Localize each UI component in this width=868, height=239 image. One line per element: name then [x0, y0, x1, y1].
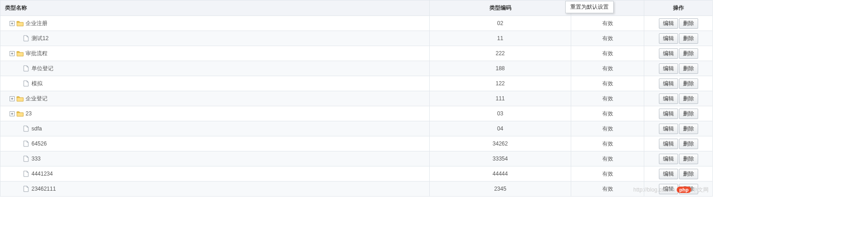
edit-button[interactable]: 编辑	[659, 94, 678, 104]
expand-icon[interactable]	[10, 21, 15, 26]
cell-action: 编辑删除	[644, 121, 713, 136]
delete-button[interactable]: 删除	[679, 109, 698, 119]
row-name-label: 企业注册	[26, 20, 47, 26]
reset-tooltip[interactable]: 重置为默认设置	[565, 1, 614, 13]
cell-action: 编辑删除	[644, 16, 713, 31]
cell-status: 有效	[571, 182, 644, 197]
header-name[interactable]: 类型名称	[0, 0, 430, 16]
delete-button[interactable]: 删除	[679, 63, 698, 74]
cell-code: 222	[430, 46, 571, 61]
delete-button[interactable]: 删除	[679, 78, 698, 89]
row-name-label: sdfa	[32, 125, 42, 132]
delete-button[interactable]: 删除	[679, 33, 698, 44]
cell-code: 03	[430, 106, 571, 121]
delete-button[interactable]: 删除	[679, 124, 698, 134]
delete-button[interactable]: 删除	[679, 154, 698, 164]
folder-icon	[16, 50, 24, 57]
cell-status: 有效	[571, 136, 644, 151]
edit-button[interactable]: 编辑	[659, 78, 678, 89]
delete-button[interactable]: 删除	[679, 139, 698, 149]
cell-action: 编辑删除	[644, 61, 713, 76]
table-row[interactable]: 模拟122有效编辑删除	[0, 76, 713, 91]
file-icon	[22, 35, 30, 42]
expand-icon[interactable]	[10, 111, 15, 116]
row-name-label: 审批流程	[26, 50, 47, 57]
row-name-label: 单位登记	[32, 65, 53, 72]
cell-code: 11	[430, 31, 571, 46]
cell-name: 64526	[0, 136, 430, 151]
cell-name: 23462111	[0, 182, 430, 197]
table-row[interactable]: 6452634262有效编辑删除	[0, 136, 713, 151]
table-row[interactable]: 444123444444有效编辑删除	[0, 166, 713, 182]
delete-button[interactable]: 删除	[679, 169, 698, 179]
cell-action: 编辑删除	[644, 106, 713, 121]
cell-code: 122	[430, 76, 571, 91]
table-row[interactable]: 33333354有效编辑删除	[0, 151, 713, 166]
cell-status: 有效	[571, 106, 644, 121]
edit-button[interactable]: 编辑	[659, 18, 678, 29]
cell-name: 企业注册	[0, 16, 430, 31]
cell-status: 有效	[571, 151, 644, 166]
table-row[interactable]: 2303有效编辑删除	[0, 106, 713, 121]
cell-name: 模拟	[0, 76, 430, 91]
cell-name: 23	[0, 106, 430, 121]
file-icon	[22, 156, 30, 162]
file-icon	[22, 65, 30, 72]
row-name-label: 模拟	[32, 80, 42, 87]
folder-icon	[16, 95, 24, 102]
table-row[interactable]: 企业注册02有效编辑删除	[0, 16, 713, 31]
edit-button[interactable]: 编辑	[659, 48, 678, 59]
expand-icon[interactable]	[10, 96, 15, 101]
cell-status: 有效	[571, 16, 644, 31]
table-row[interactable]: 单位登记188有效编辑删除	[0, 61, 713, 76]
cell-action: 编辑删除	[644, 151, 713, 166]
edit-button[interactable]: 编辑	[659, 169, 678, 179]
delete-button[interactable]: 删除	[679, 18, 698, 29]
table-row[interactable]: 企业登记111有效编辑删除	[0, 91, 713, 106]
cell-name: 测试12	[0, 31, 430, 46]
cell-action: 编辑删除	[644, 91, 713, 106]
edit-button[interactable]: 编辑	[659, 33, 678, 44]
cell-action: 编辑删除	[644, 76, 713, 91]
cell-action: 编辑删除	[644, 166, 713, 182]
delete-button[interactable]: 删除	[679, 184, 698, 194]
expand-spacer	[16, 80, 21, 85]
header-code[interactable]: 类型编码	[430, 0, 571, 16]
cell-action: 编辑删除	[644, 182, 713, 197]
edit-button[interactable]: 编辑	[659, 154, 678, 164]
edit-button[interactable]: 编辑	[659, 184, 678, 194]
edit-button[interactable]: 编辑	[659, 124, 678, 134]
type-table: 类型名称 类型编码 有效 操作 企业注册02有效编辑删除测试1211有效编辑删除…	[0, 0, 713, 197]
cell-code: 44444	[430, 166, 571, 182]
file-icon	[22, 80, 30, 87]
cell-name: 333	[0, 151, 430, 166]
folder-icon	[16, 110, 24, 117]
header-action: 操作	[644, 0, 713, 16]
cell-name: 审批流程	[0, 46, 430, 61]
delete-button[interactable]: 删除	[679, 48, 698, 59]
expand-spacer	[16, 171, 21, 176]
cell-status: 有效	[571, 121, 644, 136]
table-row[interactable]: 审批流程222有效编辑删除	[0, 46, 713, 61]
cell-status: 有效	[571, 166, 644, 182]
table-row[interactable]: sdfa04有效编辑删除	[0, 121, 713, 136]
edit-button[interactable]: 编辑	[659, 109, 678, 119]
expand-icon[interactable]	[10, 51, 15, 56]
cell-name: 企业登记	[0, 91, 430, 106]
edit-button[interactable]: 编辑	[659, 139, 678, 149]
delete-button[interactable]: 删除	[679, 94, 698, 104]
row-name-label: 64526	[32, 140, 47, 147]
row-name-label: 测试12	[32, 35, 48, 42]
file-icon	[22, 140, 30, 147]
expand-spacer	[16, 125, 21, 130]
edit-button[interactable]: 编辑	[659, 63, 678, 74]
row-name-label: 23462111	[32, 186, 56, 192]
row-name-label: 333	[32, 156, 41, 162]
cell-name: 单位登记	[0, 61, 430, 76]
expand-spacer	[16, 186, 21, 191]
table-row[interactable]: 234621112345有效编辑删除	[0, 182, 713, 197]
cell-status: 有效	[571, 61, 644, 76]
table-row[interactable]: 测试1211有效编辑删除	[0, 31, 713, 46]
expand-spacer	[16, 65, 21, 70]
file-icon	[22, 171, 30, 177]
